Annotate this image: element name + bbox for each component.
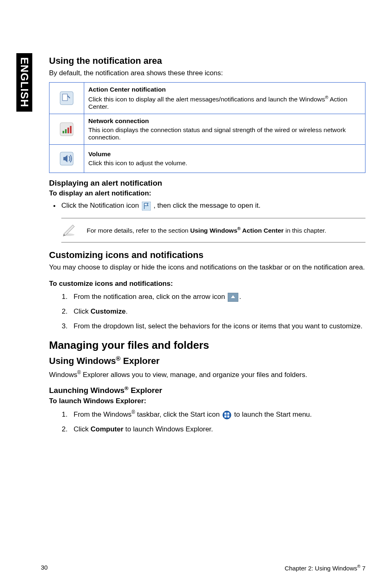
notification-flag-icon: [142, 202, 151, 211]
step-item: From the dropdown list, select the behav…: [69, 321, 365, 331]
step-item: From the notification area, click on the…: [69, 292, 365, 302]
notification-icons-table: Action Center notification Click this ic…: [49, 82, 365, 173]
step-3-text: From the dropdown list, select the behav…: [74, 322, 363, 330]
volume-icon: [58, 150, 75, 167]
action-center-desc: Click this icon to display all the alert…: [88, 95, 361, 110]
arrow-tray-icon: [228, 293, 238, 302]
action-center-title: Action Center notification: [88, 86, 361, 93]
svg-point-11: [223, 411, 231, 419]
network-icon: [58, 121, 75, 137]
volume-desc-cell: Volume Click this icon to adjust the vol…: [84, 145, 365, 173]
svg-rect-15: [227, 415, 229, 417]
main-content: Using the notification area By default, …: [49, 56, 365, 434]
volume-desc: Click this icon to adjust the volume.: [88, 159, 361, 167]
network-title: Network connection: [88, 117, 361, 125]
page-footer: 30 Chapter 2: Using Windows® 7: [41, 564, 365, 572]
step-1-text: From the notification area, click on the…: [74, 293, 241, 301]
language-side-tab: ENGLISH: [16, 53, 32, 112]
alert-step-text: Click the Notification icon , then click…: [61, 202, 260, 211]
step-item: Click Computer to launch Windows Explore…: [69, 424, 365, 434]
customize-steps: From the notification area, click on the…: [69, 292, 365, 331]
step-2-text: Click Customize.: [74, 307, 128, 315]
launch-steps: From the Windows® taskbar, click the Sta…: [69, 409, 365, 434]
chapter-label: Chapter 2: Using Windows® 7: [285, 564, 365, 572]
note-text: For more details, refer to the section U…: [87, 226, 326, 234]
table-row: Volume Click this icon to adjust the vol…: [49, 145, 365, 173]
page: ENGLISH Using the notification area By d…: [0, 0, 390, 588]
to-display-alert: To display an alert notification:: [49, 189, 365, 197]
svg-rect-14: [224, 415, 226, 417]
displaying-alert-heading: Displaying an alert notification: [49, 179, 365, 188]
using-explorer-heading: Using Windows® Explorer: [49, 355, 365, 366]
pencil-note-icon: [61, 222, 78, 238]
volume-title: Volume: [88, 150, 361, 158]
svg-rect-6: [70, 126, 72, 133]
svg-rect-12: [224, 413, 226, 415]
svg-rect-3: [63, 131, 64, 133]
bullet-marker: •: [53, 202, 61, 210]
launch-step-2-text: Click Computer to launch Windows Explore…: [74, 425, 213, 433]
notification-area-intro: By default, the notification area shows …: [49, 69, 365, 78]
page-number: 30: [41, 564, 48, 572]
icon-cell-action-center: [49, 82, 84, 114]
section-heading-managing-files: Managing your files and folders: [49, 339, 365, 352]
section-heading-customizing: Customizing icons and notifications: [49, 250, 365, 260]
section-heading-notification-area: Using the notification area: [49, 56, 365, 66]
svg-rect-13: [227, 413, 229, 415]
icon-cell-volume: [49, 145, 84, 173]
svg-rect-1: [63, 94, 67, 101]
network-desc: This icon displays the connection status…: [88, 126, 361, 141]
to-customize-sub: To customize icons and notifications:: [49, 280, 365, 288]
svg-rect-4: [65, 129, 67, 133]
customizing-intro: You may choose to display or hide the ic…: [49, 263, 365, 272]
svg-rect-5: [67, 128, 69, 133]
start-orb-icon: [222, 411, 231, 420]
alert-bullet: • Click the Notification icon , then cli…: [53, 202, 365, 211]
step-item: Click Customize.: [69, 307, 365, 316]
launching-explorer-heading: Launching Windows® Explorer: [49, 385, 365, 395]
icon-cell-network: [49, 114, 84, 145]
action-center-desc-cell: Action Center notification Click this ic…: [84, 82, 365, 114]
action-center-icon: [58, 90, 75, 106]
network-desc-cell: Network connection This icon displays th…: [84, 114, 365, 145]
table-row: Action Center notification Click this ic…: [49, 82, 365, 114]
to-launch-explorer: To launch Windows Explorer:: [49, 397, 365, 405]
note-box: For more details, refer to the section U…: [61, 218, 365, 242]
launch-step-1-text: From the Windows® taskbar, click the Sta…: [74, 411, 312, 418]
explorer-intro: Windows® Explorer allows you to view, ma…: [49, 369, 365, 380]
step-item: From the Windows® taskbar, click the Sta…: [69, 409, 365, 420]
table-row: Network connection This icon displays th…: [49, 114, 365, 145]
